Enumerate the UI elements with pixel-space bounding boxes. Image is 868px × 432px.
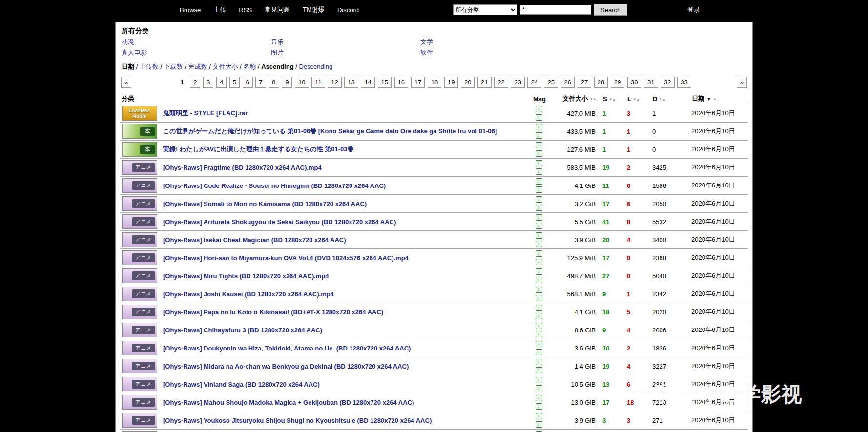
page-button[interactable]: 31 [644, 77, 658, 88]
torrent-title-link[interactable]: 鬼頭明里 - STYLE [FLAC].rar [163, 109, 248, 117]
nav-link[interactable]: 上传 [213, 5, 226, 14]
download-magnet-icon[interactable]: ↓ [536, 186, 542, 193]
page-button[interactable]: 14 [361, 77, 374, 88]
page-button[interactable]: 33 [677, 77, 691, 88]
page-button[interactable]: 1 [177, 77, 187, 88]
page-button[interactable]: 25 [544, 77, 558, 88]
download-magnet-icon[interactable]: ↓ [536, 277, 542, 283]
sort-option[interactable]: 日期 [122, 63, 134, 70]
torrent-title-link[interactable]: [Ohys-Raws] Hori-san to Miyamura-kun OVA… [163, 254, 409, 262]
page-button[interactable]: 11 [311, 77, 325, 88]
page-button[interactable]: 6 [243, 77, 253, 88]
download-magnet-icon[interactable]: ↓ [536, 114, 542, 121]
sort-descending-icon[interactable]: ▼ [706, 96, 711, 102]
page-button[interactable]: 27 [578, 77, 591, 88]
download-magnet-icon[interactable]: ↓ [536, 421, 542, 428]
page-button[interactable]: 8 [269, 77, 279, 88]
category-icon[interactable]: アニメ [122, 341, 157, 355]
category-icon[interactable]: アニメ [122, 268, 157, 283]
category-icon[interactable]: アニメ [122, 178, 157, 193]
category-link[interactable]: 动漫 [122, 38, 134, 46]
category-link[interactable]: 软件 [420, 48, 433, 57]
page-button[interactable]: 9 [282, 77, 292, 88]
page-button[interactable]: 3 [203, 77, 213, 88]
sort-option[interactable]: 文件大小 [209, 63, 238, 70]
category-icon[interactable]: Lossless Audio [122, 106, 157, 121]
category-icon[interactable]: 本 [122, 124, 157, 139]
nav-link[interactable]: TM射爆 [303, 5, 325, 14]
torrent-title-link[interactable]: [Ohys-Raws] Arifureta Shokugyou de Sekai… [163, 218, 396, 226]
download-magnet-icon[interactable]: ↓ [536, 385, 542, 391]
download-torrent-icon[interactable]: ↓ [536, 124, 542, 130]
category-link[interactable]: 真人电影 [122, 48, 147, 57]
download-torrent-icon[interactable]: ↓ [536, 287, 542, 293]
column-header-size[interactable]: 文件大小▼▲ [551, 94, 596, 103]
download-torrent-icon[interactable]: ↓ [536, 214, 542, 221]
nav-link[interactable]: Browse [180, 6, 201, 14]
torrent-title-link[interactable]: [Ohys-Raws] Miru Tights (BD 1280x720 x26… [163, 272, 329, 280]
category-icon[interactable]: アニメ [122, 287, 157, 301]
torrent-title-link[interactable]: [Ohys-Raws] Code Realize - Sousei no Him… [163, 182, 386, 189]
sort-order-option[interactable]: Descending [295, 63, 332, 70]
download-magnet-icon[interactable]: ↓ [536, 331, 542, 337]
category-link[interactable]: 文学 [420, 38, 433, 46]
category-icon[interactable]: アニメ [122, 196, 157, 211]
page-button[interactable]: 15 [378, 77, 392, 88]
download-magnet-icon[interactable]: ↓ [536, 403, 542, 410]
page-button[interactable]: 12 [328, 77, 341, 88]
sort-arrows-icon[interactable]: ▼▲ [633, 97, 640, 102]
category-icon[interactable]: アニメ [122, 323, 157, 337]
page-button[interactable]: 10 [295, 77, 309, 88]
page-button[interactable]: 29 [611, 77, 624, 88]
sort-arrows-icon[interactable]: ▼▲ [659, 97, 665, 102]
sort-option[interactable]: 下载数 [160, 63, 183, 70]
torrent-title-link[interactable]: [Ohys-Raws] Isekai Cheat Magician (BD 12… [163, 236, 346, 244]
sort-option[interactable]: 完成数 [185, 63, 207, 70]
column-header-date[interactable]: 日期▼▲ [684, 94, 748, 103]
download-torrent-icon[interactable]: ↓ [536, 305, 542, 311]
page-button[interactable]: 19 [444, 77, 458, 88]
page-button[interactable]: 23 [511, 77, 524, 88]
sort-option[interactable]: 名称 [240, 63, 256, 70]
page-button[interactable]: 26 [561, 77, 575, 88]
download-torrent-icon[interactable]: ↓ [536, 106, 542, 112]
download-magnet-icon[interactable]: ↓ [536, 259, 542, 265]
column-header-downloads[interactable]: D▼▲ [649, 95, 684, 103]
category-link[interactable]: 图片 [271, 48, 284, 57]
sort-arrows-icon[interactable]: ▲ [713, 97, 716, 101]
pagination-next-button[interactable]: » [737, 77, 747, 88]
category-icon[interactable]: アニメ [122, 395, 157, 410]
page-button[interactable]: 17 [411, 77, 425, 88]
download-torrent-icon[interactable]: ↓ [536, 359, 542, 365]
download-magnet-icon[interactable]: ↓ [536, 205, 542, 211]
download-torrent-icon[interactable]: ↓ [536, 142, 542, 148]
category-icon[interactable]: アニメ [122, 214, 157, 229]
page-button[interactable]: 21 [477, 77, 491, 88]
category-icon[interactable]: アニメ [122, 232, 157, 247]
category-link[interactable]: 音乐 [271, 38, 284, 46]
download-magnet-icon[interactable]: ↓ [536, 349, 542, 355]
torrent-title-link[interactable]: [Ohys-Raws] Fragtime (BD 1280x720 x264 A… [163, 164, 322, 171]
torrent-title-link[interactable]: [Ohys-Raws] Midara na Ao-chan wa Benkyou… [163, 363, 409, 370]
nav-link[interactable]: 常见问题 [265, 5, 290, 14]
torrent-title-link[interactable]: [Ohys-Raws] Mahou Shoujo Madoka Magica +… [163, 399, 414, 406]
torrent-title-link[interactable]: [Ohys-Raws] Doukyonin wa Hiza, Tokidoki,… [163, 345, 411, 352]
download-torrent-icon[interactable]: ↓ [536, 395, 542, 401]
torrent-title-link[interactable]: 実録! わたしがAVに出演した理由１暴走する女たちの性 第01-03巻 [163, 145, 354, 153]
category-select[interactable]: 所有分类 [453, 4, 517, 15]
download-magnet-icon[interactable]: ↓ [536, 223, 542, 229]
download-magnet-icon[interactable]: ↓ [536, 295, 542, 301]
download-torrent-icon[interactable]: ↓ [536, 178, 542, 185]
sort-arrows-icon[interactable]: ▼▲ [589, 97, 596, 101]
download-magnet-icon[interactable]: ↓ [536, 132, 542, 139]
page-button[interactable]: 32 [661, 77, 674, 88]
search-button[interactable]: Search [594, 4, 627, 16]
page-button[interactable]: 30 [627, 77, 641, 88]
download-torrent-icon[interactable]: ↓ [536, 413, 542, 419]
category-icon[interactable]: アニメ [122, 305, 157, 319]
login-link[interactable]: 登录 [687, 0, 700, 20]
download-torrent-icon[interactable]: ↓ [536, 377, 542, 383]
category-icon[interactable]: アニメ [122, 160, 157, 175]
sort-order-option[interactable]: Ascending [258, 63, 294, 70]
category-icon[interactable]: アニメ [122, 377, 157, 391]
